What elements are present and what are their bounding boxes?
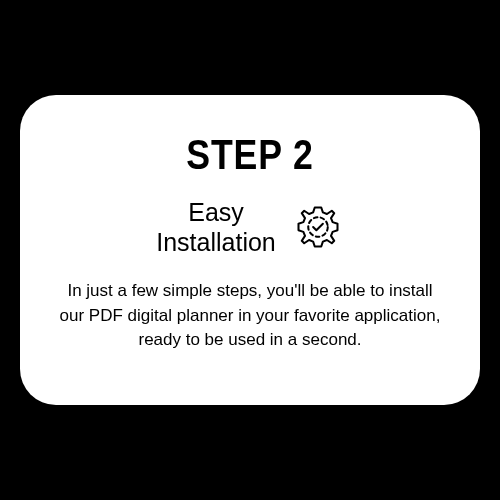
subtitle-text: Easy Installation [156, 197, 276, 257]
step-label: STEP 2 [186, 131, 313, 179]
gear-check-icon [292, 201, 344, 253]
subtitle-line2: Installation [156, 228, 276, 256]
subtitle-line1: Easy [188, 198, 244, 226]
subtitle-row: Easy Installation [156, 197, 344, 257]
description-text: In just a few simple steps, you'll be ab… [48, 279, 452, 353]
info-card: STEP 2 Easy Installation In just a few s… [20, 95, 480, 405]
svg-point-0 [308, 217, 328, 237]
